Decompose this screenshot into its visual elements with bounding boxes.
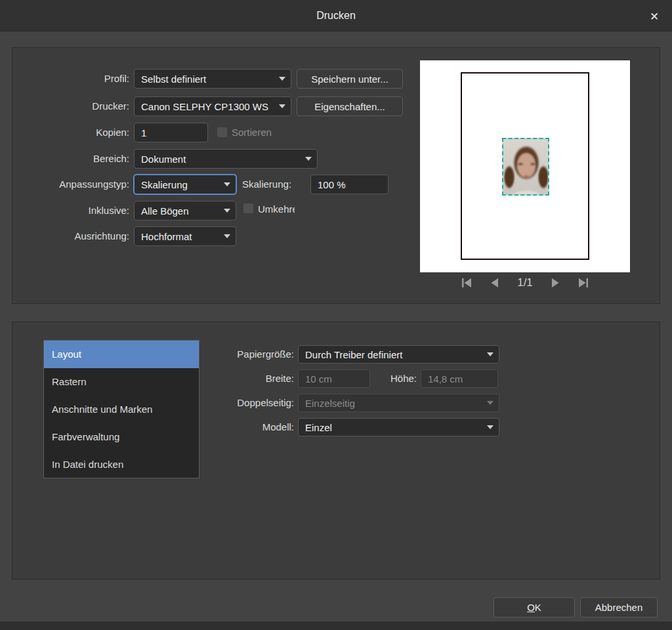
modell-label: Modell:	[189, 418, 294, 436]
paper-size-select[interactable]: Durch Treiber definiert	[298, 345, 499, 364]
preview-pagination: 1/1	[420, 274, 630, 292]
copies-value: 1	[141, 127, 202, 138]
preview-photo	[502, 138, 549, 196]
next-page-icon[interactable]	[548, 276, 564, 290]
orientation-select[interactable]: Hochformat	[134, 226, 236, 246]
chevron-down-icon	[487, 401, 494, 405]
chevron-down-icon	[224, 234, 230, 238]
dialog-titlebar: Drucken ✕	[0, 0, 672, 32]
previous-page-icon[interactable]	[486, 276, 502, 290]
tab-rastern[interactable]: Rastern	[44, 368, 199, 396]
last-page-icon[interactable]	[576, 276, 591, 290]
double-sided-value: Einzelseitig	[305, 398, 483, 409]
skalierung-label: Skalierung:	[242, 175, 295, 194]
cancel-button[interactable]: Abbrechen	[580, 597, 658, 618]
dialog-title: Drucken	[316, 10, 356, 22]
width-value: 10 cm	[305, 373, 364, 385]
printer-value: Canon SELPHY CP1300 WS	[141, 101, 275, 112]
width-input: 10 cm	[298, 369, 370, 388]
paper-size-value: Durch Treiber definiert	[305, 349, 483, 360]
drucker-label: Drucker:	[20, 96, 129, 116]
ausrichtung-label: Ausrichtung:	[20, 226, 129, 246]
height-input: 14,8 cm	[421, 369, 498, 388]
settings-section-list: Layout Rastern Anschnitte und Marken Far…	[43, 340, 200, 478]
fit-type-select[interactable]: Skalierung	[134, 175, 236, 194]
printer-properties-button[interactable]: Eigenschaften...	[297, 96, 403, 116]
ok-button-label: OK	[527, 602, 541, 613]
model-select[interactable]: Einzel	[298, 418, 499, 436]
kopien-label: Kopien:	[20, 123, 129, 142]
collate-checkbox[interactable]	[217, 127, 227, 137]
chevron-down-icon	[487, 352, 494, 356]
cancel-button-label: Abbrechen	[595, 602, 643, 613]
page-indicator: 1/1	[514, 276, 536, 289]
inklusive-label: Inklusive:	[20, 201, 129, 220]
first-page-icon[interactable]	[459, 276, 474, 290]
bereich-label: Bereich:	[20, 149, 129, 169]
include-select[interactable]: Alle Bögen	[134, 201, 236, 220]
tab-farbverwaltung[interactable]: Farbverwaltung	[44, 423, 199, 451]
printer-select[interactable]: Canon SELPHY CP1300 WS	[134, 96, 291, 116]
profil-select[interactable]: Selbst definiert	[134, 69, 291, 89]
doppelseitig-label: Doppelseitig:	[189, 394, 294, 412]
copies-input[interactable]: 1	[134, 123, 208, 142]
portrait-image	[503, 139, 548, 194]
save-profile-button[interactable]: Speichern unter...	[297, 69, 403, 89]
window-bottom-edge	[0, 621, 672, 630]
print-preview-page	[420, 60, 630, 272]
include-value: Alle Bögen	[141, 205, 220, 217]
papiergroesse-label: Papiergröße:	[189, 345, 294, 364]
ok-button[interactable]: OK	[494, 597, 575, 618]
tab-anschnitte-und-marken[interactable]: Anschnitte und Marken	[44, 396, 199, 423]
profil-value: Selbst definiert	[141, 74, 275, 85]
scale-value: 100 %	[318, 179, 383, 190]
height-value: 14,8 cm	[428, 373, 492, 385]
hoehe-label: Höhe:	[375, 369, 417, 388]
profil-label: Profil:	[20, 69, 129, 89]
invert-checkbox[interactable]	[243, 203, 253, 213]
double-sided-select: Einzelseitig	[298, 394, 499, 412]
chevron-down-icon	[279, 77, 285, 81]
collate-label: Sortieren	[232, 127, 284, 137]
layout-panel: Layout Rastern Anschnitte und Marken Far…	[12, 322, 660, 579]
scale-input[interactable]: 100 %	[310, 175, 388, 194]
chevron-down-icon	[487, 425, 494, 429]
chevron-down-icon	[305, 157, 312, 161]
chevron-down-icon	[224, 209, 230, 213]
fit-type-value: Skalierung	[141, 179, 220, 190]
breite-label: Breite:	[189, 369, 294, 388]
model-value: Einzel	[305, 422, 483, 433]
tab-layout[interactable]: Layout	[44, 341, 199, 368]
close-icon[interactable]: ✕	[646, 8, 663, 25]
orientation-value: Hochformat	[141, 231, 220, 242]
invert-label: Umkehren	[258, 204, 295, 214]
range-select[interactable]: Dokument	[134, 149, 318, 169]
anpassungstyp-label: Anpassungstyp:	[20, 175, 129, 194]
range-value: Dokument	[141, 154, 301, 165]
tab-in-datei-drucken[interactable]: In Datei drucken	[44, 451, 199, 478]
chevron-down-icon	[279, 104, 285, 108]
chevron-down-icon	[224, 182, 230, 186]
